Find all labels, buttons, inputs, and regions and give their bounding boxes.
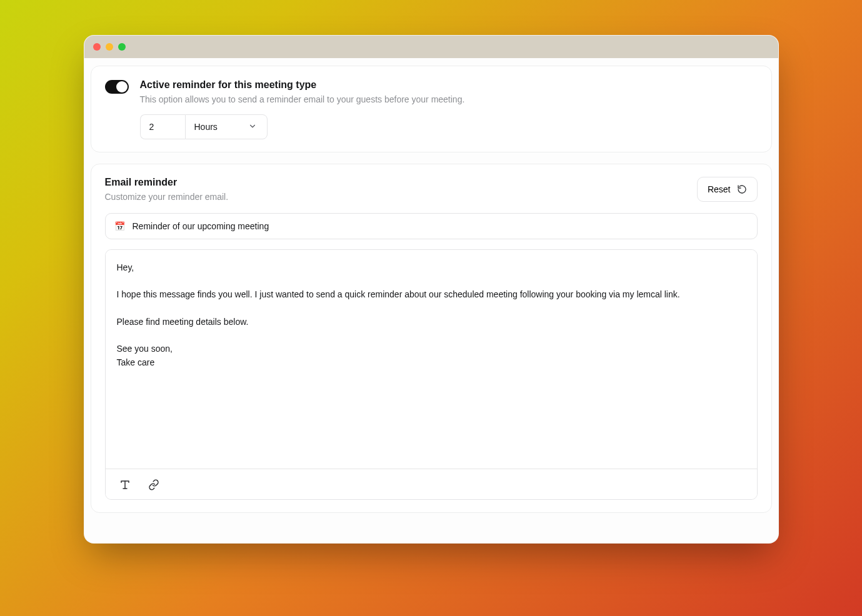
email-body-editor[interactable]: Hey, I hope this message finds you well.… bbox=[106, 250, 757, 469]
reminder-unit-selected: Hours bbox=[194, 122, 218, 132]
app-window: Active reminder for this meeting type Th… bbox=[84, 35, 779, 544]
link-icon bbox=[148, 479, 158, 489]
window-close-button[interactable] bbox=[93, 43, 101, 51]
text-icon bbox=[119, 479, 129, 489]
active-reminder-card: Active reminder for this meeting type Th… bbox=[91, 66, 772, 152]
reminder-time-value: 2 bbox=[149, 122, 154, 132]
reset-button[interactable]: Reset bbox=[697, 177, 758, 202]
reset-button-label: Reset bbox=[708, 184, 731, 194]
email-editor-container: Hey, I hope this message finds you well.… bbox=[105, 249, 758, 500]
active-reminder-title: Active reminder for this meeting type bbox=[140, 79, 758, 92]
email-reminder-card: Email reminder Customize your reminder e… bbox=[91, 164, 772, 513]
text-format-button[interactable] bbox=[117, 477, 132, 492]
active-reminder-description: This option allows you to send a reminde… bbox=[140, 94, 758, 104]
email-subject-input[interactable] bbox=[131, 221, 748, 232]
undo-icon bbox=[737, 184, 747, 194]
window-minimize-button[interactable] bbox=[106, 43, 113, 51]
calendar-icon: 📅 bbox=[114, 221, 125, 231]
chevron-down-icon bbox=[248, 122, 258, 132]
email-subject-field[interactable]: 📅 bbox=[105, 213, 758, 239]
active-reminder-toggle[interactable] bbox=[105, 80, 129, 94]
email-section-subtitle: Customize your reminder email. bbox=[105, 192, 229, 202]
reminder-time-input[interactable]: 2 bbox=[140, 114, 185, 139]
content-area: Active reminder for this meeting type Th… bbox=[84, 58, 778, 543]
reminder-unit-select[interactable]: Hours bbox=[185, 114, 268, 139]
insert-link-button[interactable] bbox=[146, 477, 161, 492]
window-zoom-button[interactable] bbox=[118, 43, 126, 51]
titlebar bbox=[84, 36, 778, 58]
editor-toolbar bbox=[106, 469, 757, 499]
email-section-title: Email reminder bbox=[105, 177, 229, 188]
